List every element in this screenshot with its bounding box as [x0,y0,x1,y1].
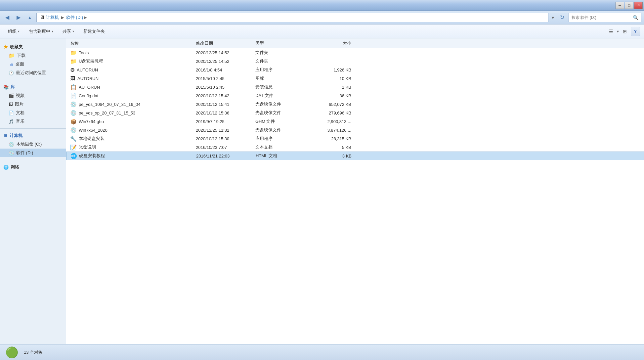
file-date-cell: 2016/10/23 7:07 [196,145,255,150]
table-row[interactable]: ⚙ AUTORUN 2016/1/8 4:54 应用程序 1,926 KB [66,66,644,74]
sidebar-item-video[interactable]: 🎬 视频 [0,91,66,100]
table-row[interactable]: 🖼 AUTORUN 2015/5/10 2:45 图标 10 KB [66,74,644,83]
sidebar-item-music[interactable]: 🎵 音乐 [0,117,66,126]
sidebar-item-recent[interactable]: 🕐 最近访问的位置 [0,68,66,77]
file-area: 名称 修改日期 类型 大小 📁 Tools 2020/12/25 14:52 文… [66,38,644,344]
view-dropdown-icon[interactable]: ▾ [617,29,619,34]
file-name-text: Config.dat [79,93,98,98]
new-folder-label: 新建文件夹 [83,28,105,34]
network-section: 🌐 网络 [0,161,66,173]
include-library-button[interactable]: 包含到库中 ▾ [25,26,57,36]
file-size-cell: 1 KB [308,85,351,90]
sidebar-library-header[interactable]: 📚 库 [0,83,66,91]
table-row[interactable]: 🌐 硬盘安装教程 2016/11/21 22:03 HTML 文档 3 KB [66,152,644,160]
sidebar-item-image[interactable]: 🖼 图片 [0,100,66,109]
search-input[interactable] [572,15,633,20]
organize-button[interactable]: 组织 ▾ [4,26,23,36]
toolbar-right: ☰ ▾ ⊞ ? [606,27,640,36]
file-name-text: AUTORUN [77,76,99,81]
file-name-cell: 🌐 硬盘安装教程 [70,153,196,159]
sidebar-item-document[interactable]: 📄 文档 [0,109,66,117]
toolbar: 组织 ▾ 包含到库中 ▾ 共享 ▾ 新建文件夹 ☰ ▾ ⊞ ? [0,24,644,38]
col-header-date[interactable]: 修改日期 [196,40,255,46]
col-header-type[interactable]: 类型 [255,40,308,46]
sidebar-item-software-d[interactable]: 💿 软件 (D:) [0,149,66,157]
divider-3 [0,160,66,160]
title-bar: ─ □ ✕ [0,0,644,11]
sidebar-item-desktop[interactable]: 🖥 桌面 [0,60,66,68]
file-name-cell: 📋 AUTORUN [70,84,196,90]
status-icon: 🟢 [5,346,19,359]
video-label: 视频 [16,93,24,99]
col-header-size[interactable]: 大小 [308,40,351,46]
file-size-cell: 10 KB [308,76,351,81]
help-button[interactable]: ? [631,27,640,36]
table-row[interactable]: 📄 Config.dat 2020/10/12 15:42 DAT 文件 36 … [66,91,644,100]
path-computer[interactable]: 计算机 [46,15,59,21]
file-name-text: 硬盘安装教程 [79,153,105,159]
image-icon: 🖼 [9,102,13,107]
view-layout-button[interactable]: ⊞ [620,27,629,36]
star-icon: ★ [3,44,8,50]
file-date-cell: 2020/10/12 15:41 [196,102,255,107]
file-icon: 💿 [70,110,77,116]
maximize-button[interactable]: □ [625,2,633,9]
computer-label: 计算机 [10,133,22,139]
library-label: 库 [11,84,15,90]
file-type-cell: 文件夹 [255,58,308,64]
refresh-button[interactable]: ↻ [557,13,567,22]
file-type-cell: 安装信息 [255,84,308,90]
table-row[interactable]: 💿 Win7x64_2020 2020/12/25 11:32 光盘映像文件 3… [66,126,644,134]
table-row[interactable]: 📁 Tools 2020/12/25 14:52 文件夹 [66,48,644,57]
table-row[interactable]: 💿 pe_yqs_xp_20_07_31_15_53 2020/10/12 15… [66,109,644,117]
table-row[interactable]: 📋 AUTORUN 2015/5/10 2:45 安装信息 1 KB [66,83,644,91]
document-icon: 📄 [9,111,14,115]
divider-2 [0,128,66,129]
include-dropdown-icon: ▾ [52,29,53,33]
file-name-cell: ⚙ AUTORUN [70,67,196,73]
path-dropdown-arrow[interactable]: ▶ [84,16,87,19]
table-row[interactable]: 🔧 本地硬盘安装 2020/10/12 15:30 应用程序 28,315 KB [66,134,644,143]
up-button[interactable]: ▲ [25,13,34,22]
search-icon[interactable]: 🔍 [633,15,638,20]
table-row[interactable]: 💿 pe_yqs_1064_20_07_31_16_04 2020/10/12 … [66,100,644,109]
network-icon: 🌐 [3,165,9,170]
sidebar-network-header[interactable]: 🌐 网络 [0,163,66,171]
path-software-d[interactable]: 软件 (D:) [66,15,83,21]
sidebar-item-local-c[interactable]: 💿 本地磁盘 (C:) [0,140,66,149]
back-button[interactable]: ◀ [3,13,12,22]
file-type-cell: HTML 文档 [256,153,309,159]
table-row[interactable]: 📝 光盘说明 2016/10/23 7:07 文本文档 5 KB [66,143,644,152]
file-name-text: pe_yqs_1064_20_07_31_16_04 [79,102,141,107]
file-date-cell: 2020/10/12 15:36 [196,111,255,115]
col-header-name[interactable]: 名称 [70,40,196,46]
sidebar-item-download[interactable]: 📁 下载 [0,51,66,60]
file-date-cell: 2020/10/12 15:30 [196,136,255,141]
sidebar-favorites-header[interactable]: ★ 收藏夹 [0,42,66,51]
close-button[interactable]: ✕ [634,2,643,9]
minimize-button[interactable]: ─ [616,2,624,9]
file-list-header: 名称 修改日期 类型 大小 [66,38,644,48]
file-name-cell: 📝 光盘说明 [70,144,196,151]
file-list: 📁 Tools 2020/12/25 14:52 文件夹 📁 U盘安装教程 20… [66,48,644,344]
music-label: 音乐 [16,118,24,124]
file-type-cell: 光盘映像文件 [255,110,308,116]
local-c-label: 本地磁盘 (C:) [16,141,42,147]
file-name-cell: 💿 pe_yqs_1064_20_07_31_16_04 [70,101,196,108]
video-icon: 🎬 [9,93,14,98]
table-row[interactable]: 📁 U盘安装教程 2020/12/25 14:52 文件夹 [66,57,644,66]
file-type-cell: GHO 文件 [255,118,308,124]
file-name-cell: 📁 U盘安装教程 [70,58,196,65]
software-d-label: 软件 (D:) [16,150,33,156]
forward-button[interactable]: ▶ [14,13,23,22]
address-path[interactable]: 🖥 计算机 ▶ 软件 (D:) ▶ [36,13,548,22]
view-toggle-button[interactable]: ☰ [606,27,616,36]
new-folder-button[interactable]: 新建文件夹 [79,26,109,36]
file-icon: ⚙ [70,67,75,73]
address-dropdown-arrow[interactable]: ▾ [550,15,555,20]
share-button[interactable]: 共享 ▾ [59,26,78,36]
computer-section: 🖥 计算机 💿 本地磁盘 (C:) 💿 软件 (D:) [0,130,66,158]
sidebar-computer-header[interactable]: 🖥 计算机 [0,131,66,140]
sidebar: ★ 收藏夹 📁 下载 🖥 桌面 🕐 最近访问的位置 📚 库 [0,38,66,344]
table-row[interactable]: 📦 Win7x64.gho 2019/9/7 19:25 GHO 文件 2,90… [66,117,644,126]
